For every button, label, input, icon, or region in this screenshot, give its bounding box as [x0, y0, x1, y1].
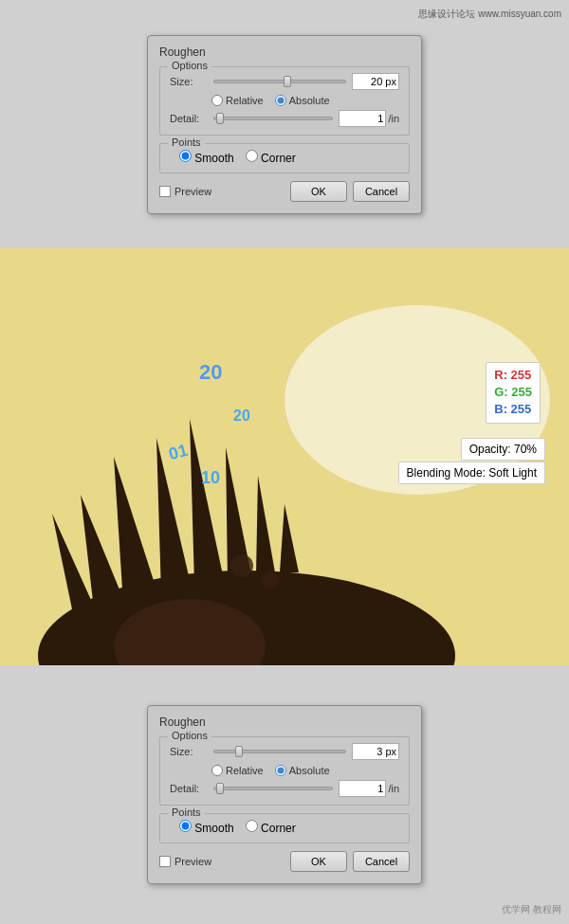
- svg-marker-5: [190, 419, 223, 585]
- absolute-option[interactable]: Absolute: [275, 95, 330, 106]
- relative-label-2: Relative: [226, 765, 264, 776]
- annotation-20-2: 20: [233, 408, 250, 425]
- smooth-label: Smooth: [194, 152, 233, 165]
- preview-label-text-2: Preview: [174, 856, 211, 867]
- detail-unit-2: /in: [388, 783, 399, 794]
- absolute-radio-2[interactable]: [275, 765, 286, 776]
- size-input[interactable]: [352, 73, 399, 90]
- preview-option[interactable]: Preview: [159, 186, 284, 197]
- absolute-option-2[interactable]: Absolute: [275, 765, 330, 776]
- smooth-radio-2[interactable]: [179, 820, 192, 832]
- dialog1-options-label: Options: [168, 60, 211, 71]
- corner-radio[interactable]: [246, 150, 258, 162]
- absolute-radio[interactable]: [275, 95, 286, 106]
- dialog1-options: Options Size: Relative Absolute: [159, 66, 410, 136]
- size-slider-2[interactable]: [213, 750, 346, 753]
- dialog2-title: Roughen: [159, 716, 410, 729]
- relative-option[interactable]: Relative: [211, 95, 264, 106]
- dialog1-points-label: Points: [168, 136, 205, 148]
- opacity-info-box: Opacity: 70%: [461, 438, 545, 461]
- points-radio-group-2: Smooth Corner: [179, 820, 399, 835]
- blend-info-box: Blending Mode: Soft Light: [398, 462, 545, 484]
- illustration-bg: 20 20 01 10 R: 255 G: 255 B: 255 Opacity…: [0, 248, 569, 665]
- detail-slider[interactable]: [213, 117, 333, 120]
- size-row-2: Size:: [170, 743, 399, 760]
- dialog2-footer: Preview OK Cancel: [159, 851, 410, 872]
- size-label: Size:: [170, 76, 208, 87]
- watermark-top: 思缘设计论坛 www.missyuan.com: [418, 8, 561, 21]
- smooth-radio[interactable]: [179, 150, 192, 162]
- illustration-section: 20 20 01 10 R: 255 G: 255 B: 255 Opacity…: [0, 248, 569, 665]
- detail-unit: /in: [388, 113, 399, 124]
- annotation-20-1: 20: [199, 360, 222, 385]
- rgb-b-value: B: 255: [494, 401, 532, 418]
- relative-label: Relative: [226, 95, 264, 106]
- detail-label-2: Detail:: [170, 783, 208, 794]
- rgb-info-box: R: 255 G: 255 B: 255: [486, 362, 541, 424]
- rgb-r-value: R: 255: [494, 367, 532, 384]
- corner-radio-2[interactable]: [246, 820, 258, 832]
- corner-option[interactable]: Corner: [246, 150, 296, 165]
- dialog-roughen-1: Roughen Options Size: Relative Absol: [147, 35, 422, 214]
- relative-option-2[interactable]: Relative: [211, 765, 264, 776]
- dialog-roughen-2: Roughen Options Size: Relative Absol: [147, 705, 422, 884]
- corner-label-2: Corner: [261, 822, 296, 835]
- detail-input-2[interactable]: [339, 780, 386, 797]
- svg-point-10: [230, 554, 253, 577]
- size-row: Size:: [170, 73, 399, 90]
- preview-label-text: Preview: [174, 186, 211, 197]
- size-input-2[interactable]: [352, 743, 399, 760]
- smooth-option[interactable]: Smooth: [179, 150, 234, 165]
- detail-row-2: Detail: /in: [170, 780, 399, 797]
- points-radio-group: Smooth Corner: [179, 150, 399, 165]
- preview-checkbox-2[interactable]: [159, 856, 171, 867]
- absolute-label-2: Absolute: [289, 765, 330, 776]
- size-label-2: Size:: [170, 746, 208, 757]
- dialog1-title: Roughen: [159, 45, 410, 59]
- detail-slider-2[interactable]: [213, 787, 333, 790]
- svg-marker-8: [280, 504, 299, 572]
- dialog1-footer: Preview OK Cancel: [159, 181, 410, 202]
- detail-input[interactable]: [339, 110, 386, 127]
- absolute-label: Absolute: [289, 95, 330, 106]
- svg-point-11: [262, 571, 279, 589]
- smooth-option-2[interactable]: Smooth: [179, 820, 234, 835]
- detail-row: Detail: /in: [170, 110, 399, 127]
- ok-button-2[interactable]: OK: [290, 851, 347, 872]
- size-slider[interactable]: [213, 80, 346, 83]
- size-radio-group-2: Relative Absolute: [211, 765, 399, 776]
- svg-marker-3: [114, 457, 156, 604]
- detail-label: Detail:: [170, 113, 208, 124]
- smooth-label-2: Smooth: [194, 822, 233, 835]
- preview-checkbox[interactable]: [159, 186, 171, 197]
- dialog2-points: Points Smooth Corner: [159, 813, 410, 843]
- top-section: Roughen Options Size: Relative Absol: [0, 0, 569, 248]
- dialog2-points-label: Points: [168, 806, 205, 818]
- preview-option-2[interactable]: Preview: [159, 856, 284, 867]
- annotation-10: 10: [201, 468, 220, 488]
- corner-option-2[interactable]: Corner: [246, 820, 296, 835]
- cancel-button-1[interactable]: Cancel: [353, 181, 410, 202]
- dialog2-options-label: Options: [168, 730, 211, 741]
- dialog1-points: Points Smooth Corner: [159, 143, 410, 173]
- svg-marker-7: [256, 476, 275, 575]
- watermark-bottom: 优学网 教程网: [502, 903, 561, 916]
- dialog2-options: Options Size: Relative Absolute: [159, 736, 410, 806]
- relative-radio[interactable]: [211, 95, 223, 106]
- bottom-section: Roughen Options Size: Relative Absol: [0, 665, 569, 924]
- cancel-button-2[interactable]: Cancel: [353, 851, 410, 872]
- ok-button-1[interactable]: OK: [290, 181, 347, 202]
- rgb-g-value: G: 255: [494, 384, 532, 401]
- size-radio-group: Relative Absolute: [211, 95, 399, 106]
- relative-radio-2[interactable]: [211, 765, 223, 776]
- corner-label: Corner: [261, 152, 296, 165]
